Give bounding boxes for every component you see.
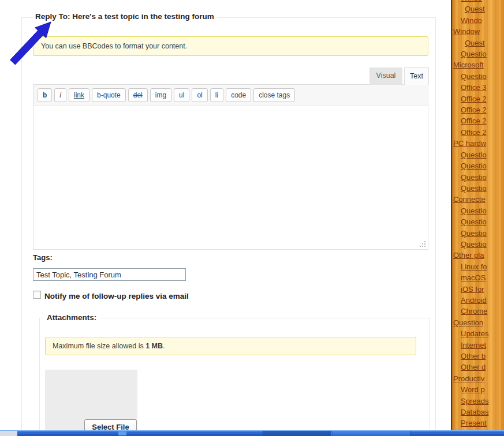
filesize-notice-value: 1 MB [145, 342, 163, 350]
notify-checkbox[interactable] [33, 291, 41, 299]
sidebar-link[interactable]: Other d [452, 362, 504, 373]
sidebar-link[interactable]: Office 3 [452, 82, 504, 93]
qt-button-b[interactable]: b [38, 88, 52, 102]
sidebar-link[interactable]: Questio [452, 160, 504, 171]
quicktags-toolbar: bilinkb-quotedelimgulollicodeclose tags [33, 85, 428, 106]
sidebar-link[interactable]: Window [452, 26, 504, 37]
qt-button-close-tags[interactable]: close tags [253, 88, 295, 102]
sidebar-link[interactable]: Connecte [452, 194, 504, 205]
sidebar-link[interactable]: Office 2 [452, 104, 504, 115]
qt-button-link[interactable]: link [69, 88, 89, 102]
taskbar-quicklaunch-icon[interactable] [118, 431, 126, 435]
sidebar-link[interactable]: Questio [452, 205, 504, 216]
qt-button-li[interactable]: li [210, 88, 223, 102]
qt-button-img[interactable]: img [150, 88, 171, 102]
sidebar-link[interactable]: Databas [452, 407, 504, 418]
qt-button-i[interactable]: i [54, 88, 66, 102]
sidebar-link[interactable]: Other pla [452, 250, 504, 261]
tab-text[interactable]: Text [404, 67, 429, 85]
notify-label[interactable]: Notify me of follow-up replies via email [44, 292, 189, 300]
sidebar-link[interactable]: Present [452, 418, 504, 429]
sidebar-link[interactable]: Word p [452, 384, 504, 395]
tab-visual[interactable]: Visual [369, 67, 402, 85]
sidebar-link[interactable]: Office 2 [452, 115, 504, 126]
taskbar[interactable] [0, 430, 504, 436]
sidebar-link[interactable]: Questio [452, 183, 504, 194]
sidebar-link[interactable]: Questio [452, 149, 504, 160]
sidebar-link[interactable]: Windo [452, 15, 504, 26]
filesize-notice-text: Maximum file size allowed is [53, 342, 145, 350]
sidebar-link[interactable]: Questio [452, 239, 504, 250]
sidebar-link[interactable]: Other b [452, 351, 504, 362]
filesize-notice: Maximum file size allowed is 1 MB. [45, 337, 416, 355]
qt-button-ol[interactable]: ol [192, 88, 207, 102]
sidebar-link[interactable]: PC hardw [452, 138, 504, 149]
page-title: Reply To: Here's a test topic in the tes… [32, 12, 217, 21]
sidebar-link[interactable]: Office 2 [452, 127, 504, 138]
sidebar-link[interactable]: Productiv [452, 373, 504, 384]
qt-button-b-quote[interactable]: b-quote [92, 88, 126, 102]
sidebar-link[interactable]: Questio [452, 172, 504, 183]
text-editor: bilinkb-quotedelimgulollicodeclose tags [33, 84, 428, 250]
sidebar-link[interactable]: Questio [452, 48, 504, 59]
sidebar-link[interactable]: Quest [452, 37, 504, 48]
sidebar-link[interactable]: Chrome [452, 306, 504, 317]
sidebar: WindoQuestWindoWindowQuestQuestioMicroso… [451, 0, 504, 430]
forum-reply-page: Reply To: Here's a test topic in the tes… [0, 0, 504, 436]
sidebar-link[interactable]: Questio [452, 228, 504, 239]
qt-button-ul[interactable]: ul [174, 88, 189, 102]
sidebar-link[interactable]: Questio [452, 71, 504, 82]
sidebar-link[interactable]: Linux fo [452, 261, 504, 272]
annotation-arrow-icon [5, 15, 58, 68]
taskbar-button-active[interactable] [263, 431, 332, 436]
sidebar-link[interactable]: Question [452, 317, 504, 328]
sidebar-link[interactable]: Office 2 [452, 93, 504, 104]
sidebar-link[interactable]: Updates [452, 328, 504, 339]
taskbar-button[interactable] [333, 431, 410, 436]
sidebar-link[interactable]: Questio [452, 216, 504, 227]
qt-button-code[interactable]: code [226, 88, 251, 102]
forum-list: WindoQuestWindoWindowQuestQuestioMicroso… [452, 0, 504, 429]
bbcode-notice: You can use BBCodes to format your conte… [33, 36, 428, 56]
taskbar-left-gap [0, 431, 17, 436]
sidebar-link[interactable]: macOS [452, 272, 504, 283]
attachments-legend: Attachments: [44, 313, 99, 322]
qt-button-del[interactable]: del [128, 88, 148, 102]
resize-grip-icon[interactable] [419, 240, 426, 247]
sidebar-link[interactable]: Spreads [452, 396, 504, 407]
sidebar-link[interactable]: Android [452, 295, 504, 306]
tags-input[interactable] [33, 268, 186, 281]
sidebar-link[interactable]: Microsoft [452, 59, 504, 70]
filesize-notice-suffix: . [163, 342, 165, 350]
sidebar-link[interactable]: Internet [452, 340, 504, 351]
sidebar-link[interactable]: Quest [452, 3, 504, 14]
tags-label: Tags: [33, 253, 53, 262]
reply-textarea[interactable] [33, 107, 428, 249]
sidebar-link[interactable]: iOS for [452, 284, 504, 295]
